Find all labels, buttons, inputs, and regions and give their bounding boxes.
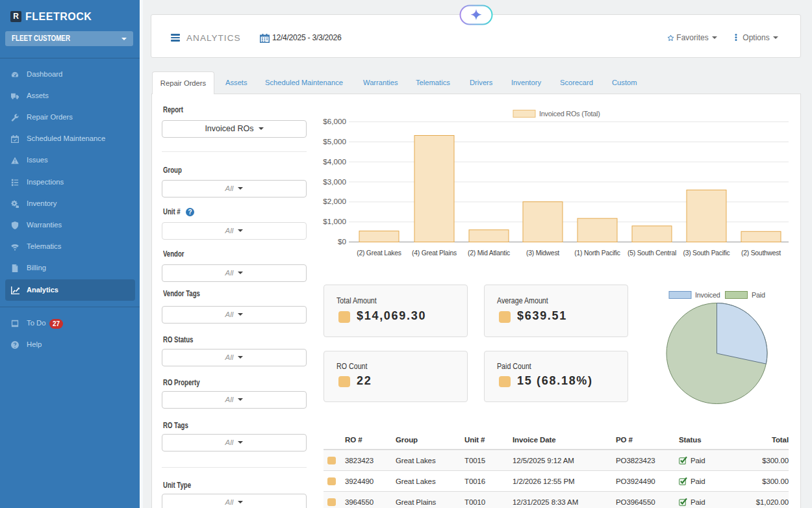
svg-text:Invoiced: Invoiced — [695, 291, 720, 299]
svg-text:(2) Southwest: (2) Southwest — [741, 249, 781, 257]
svg-text:(3) Midwest: (3) Midwest — [526, 249, 559, 257]
svg-text:(3) South Pacific: (3) South Pacific — [683, 249, 730, 257]
svg-text:$4,000: $4,000 — [323, 157, 346, 166]
svg-text:$5,000: $5,000 — [323, 137, 346, 146]
svg-text:(4) Great Plains: (4) Great Plains — [412, 249, 457, 257]
svg-text:$2,000: $2,000 — [323, 197, 346, 205]
svg-text:(2) Mid Atlantic: (2) Mid Atlantic — [468, 249, 510, 257]
svg-text:(2) Great Lakes: (2) Great Lakes — [357, 249, 401, 257]
svg-text:Invoiced ROs (Total): Invoiced ROs (Total) — [539, 110, 600, 118]
svg-text:$0: $0 — [338, 237, 347, 246]
svg-text:$6,000: $6,000 — [323, 117, 346, 125]
svg-text:$1,000: $1,000 — [323, 217, 346, 225]
svg-text:$3,000: $3,000 — [323, 177, 346, 186]
svg-text:Paid: Paid — [752, 291, 765, 299]
svg-text:(1) North Pacific: (1) North Pacific — [574, 249, 620, 257]
svg-text:(5) South Central: (5) South Central — [628, 249, 676, 257]
